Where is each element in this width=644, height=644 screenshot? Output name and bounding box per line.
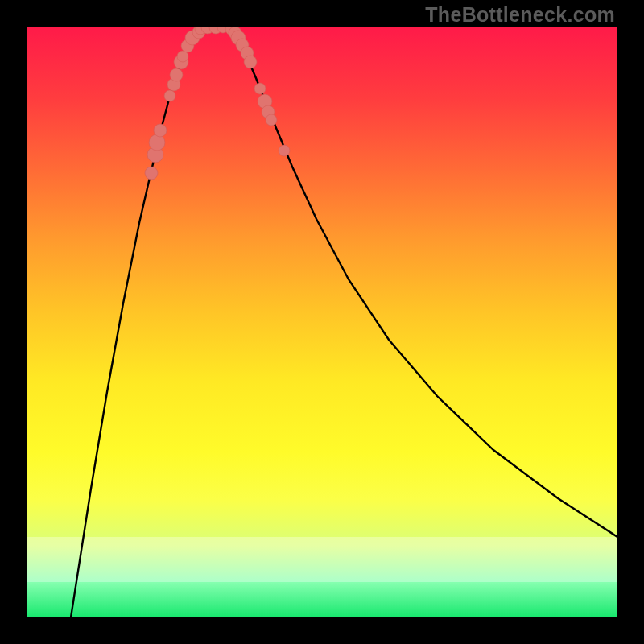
curve-left-curve (71, 27, 204, 617)
plot-area (27, 27, 617, 617)
data-dot (170, 68, 183, 81)
chart-frame: TheBottleneck.com (0, 0, 644, 644)
curve-layer (27, 27, 617, 617)
data-dot (266, 114, 277, 126)
watermark-text: TheBottleneck.com (425, 3, 615, 27)
data-dot (279, 145, 290, 156)
data-dot (145, 167, 158, 180)
data-dot (154, 124, 167, 137)
data-dot (244, 56, 257, 68)
dots-group (145, 27, 290, 180)
curve-right-curve (232, 27, 617, 537)
data-dot (149, 134, 165, 151)
data-dot (254, 83, 266, 94)
curve-group (71, 27, 617, 617)
data-dot (164, 90, 175, 101)
